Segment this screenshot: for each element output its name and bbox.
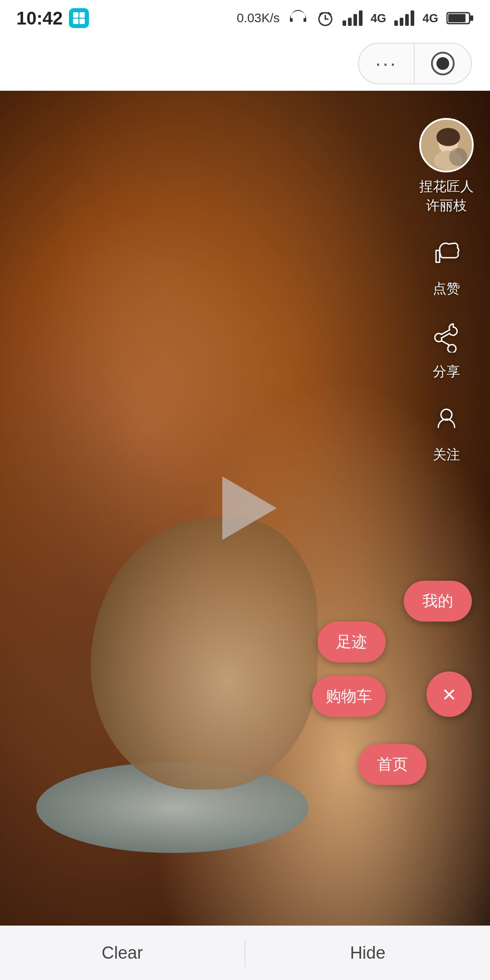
svg-rect-2 [73, 19, 78, 24]
close-button[interactable]: × [426, 671, 472, 717]
record-button[interactable] [415, 44, 471, 83]
creator-name: 捏花匠人 许丽枝 [419, 177, 474, 215]
top-action-group: ··· [358, 43, 472, 84]
hide-button[interactable]: Hide [245, 926, 490, 980]
footprint-button[interactable]: 足迹 [318, 622, 386, 662]
right-actions: 捏花匠人 许丽枝 点赞 分享 [419, 118, 474, 464]
more-button[interactable]: ··· [359, 44, 415, 83]
creator-avatar [419, 118, 474, 172]
share-label: 分享 [433, 363, 460, 381]
status-right: 0.03K/s 4G 4G [237, 9, 474, 27]
svg-rect-10 [448, 14, 466, 22]
follow-label: 关注 [433, 446, 460, 464]
network-type-1: 4G [371, 11, 387, 25]
alarm-icon [316, 9, 334, 27]
signal-icon [343, 10, 363, 26]
network-speed: 0.03K/s [237, 11, 280, 25]
like-label: 点赞 [433, 279, 460, 298]
svg-rect-0 [73, 12, 78, 18]
battery-icon [446, 10, 474, 26]
play-icon [222, 476, 277, 540]
svg-rect-3 [79, 19, 85, 24]
play-button[interactable] [204, 467, 286, 549]
record-icon [431, 52, 455, 75]
share-icon [431, 321, 462, 357]
app-icon [69, 8, 89, 28]
follow-icon [431, 404, 462, 440]
mine-button[interactable]: 我的 [404, 581, 472, 622]
clear-button[interactable]: Clear [0, 926, 245, 980]
cart-button[interactable]: 购物车 [312, 676, 386, 717]
home-button[interactable]: 首页 [358, 744, 426, 785]
network-type-2: 4G [422, 11, 438, 25]
svg-point-14 [434, 151, 463, 171]
svg-point-15 [436, 128, 460, 146]
share-button[interactable]: 分享 [431, 321, 462, 381]
signal-icon-2 [394, 10, 414, 26]
creator-avatar-wrap[interactable]: 捏花匠人 许丽枝 [419, 118, 474, 215]
status-time: 10:42 [16, 8, 63, 29]
float-menu: 我的 足迹 购物车 × 首页 [268, 581, 476, 808]
bottom-bar: Clear Hide [0, 926, 490, 980]
svg-rect-11 [470, 15, 473, 21]
video-area[interactable]: 捏花匠人 许丽枝 点赞 分享 [0, 91, 490, 926]
like-icon [431, 238, 462, 274]
follow-button[interactable]: 关注 [431, 404, 462, 464]
status-bar: 10:42 0.03K/s [0, 0, 490, 36]
headphone-icon [288, 9, 308, 27]
top-action-bar: ··· [0, 36, 490, 91]
like-button[interactable]: 点赞 [431, 238, 462, 298]
svg-rect-1 [79, 12, 85, 18]
